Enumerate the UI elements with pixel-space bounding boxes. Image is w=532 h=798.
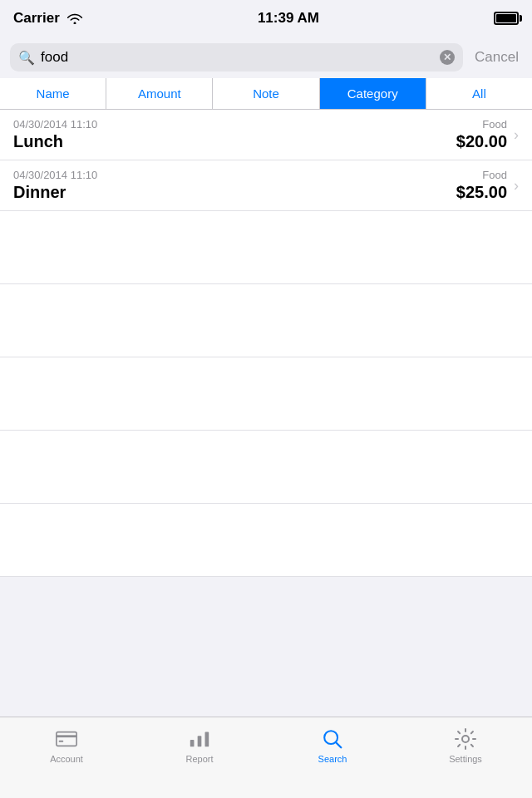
empty-row: [0, 211, 532, 284]
search-input[interactable]: [41, 49, 434, 66]
result-name: Lunch: [13, 132, 456, 151]
empty-row: [0, 431, 532, 504]
empty-row: [0, 357, 532, 431]
tab-all[interactable]: All: [426, 78, 532, 109]
result-category: Food: [456, 169, 507, 181]
result-name: Dinner: [13, 183, 456, 202]
wifi-icon: [66, 12, 83, 24]
result-datetime: 04/30/2014 11:10: [13, 118, 456, 131]
tab-report-label: Report: [185, 754, 213, 764]
result-meta: Food $20.00: [456, 118, 507, 151]
empty-row: [0, 504, 532, 577]
cancel-button[interactable]: Cancel: [471, 49, 522, 66]
filter-tabs: Name Amount Note Category All: [0, 78, 532, 110]
chevron-right-icon: ›: [514, 177, 519, 195]
tab-report[interactable]: Report: [133, 724, 266, 764]
report-icon: [188, 727, 211, 751]
table-row[interactable]: 04/30/2014 11:10 Lunch Food $20.00 ›: [0, 110, 532, 160]
tab-note[interactable]: Note: [213, 78, 319, 109]
result-amount: $20.00: [456, 132, 507, 151]
battery-container: [494, 12, 519, 25]
tab-settings[interactable]: Settings: [399, 724, 532, 764]
status-bar: Carrier 11:39 AM: [0, 0, 532, 37]
main-content: Name Amount Note Category All 04/30/2014…: [0, 78, 532, 758]
results-list: 04/30/2014 11:10 Lunch Food $20.00 › 04/…: [0, 110, 532, 577]
search-clear-button[interactable]: ✕: [440, 50, 455, 65]
tab-settings-label: Settings: [449, 754, 482, 764]
search-bar: 🔍 ✕ Cancel: [0, 37, 532, 78]
search-icon: 🔍: [18, 50, 35, 66]
result-amount: $25.00: [456, 183, 507, 202]
search-input-wrapper[interactable]: 🔍 ✕: [10, 43, 463, 71]
tab-amount[interactable]: Amount: [106, 78, 213, 109]
svg-rect-1: [57, 735, 76, 737]
result-item-right: Food $20.00 ›: [456, 118, 519, 151]
empty-row: [0, 284, 532, 357]
svg-point-9: [462, 736, 469, 742]
settings-icon: [454, 727, 477, 751]
chevron-right-icon: ›: [514, 126, 519, 144]
svg-rect-5: [198, 736, 202, 746]
svg-line-8: [336, 742, 341, 747]
status-time: 11:39 AM: [258, 10, 319, 27]
tab-account[interactable]: Account: [0, 724, 133, 764]
account-icon: [55, 727, 78, 751]
result-item-right: Food $25.00 ›: [456, 169, 519, 202]
result-item-left: 04/30/2014 11:10 Lunch: [13, 118, 456, 151]
tab-account-label: Account: [50, 754, 83, 764]
result-category: Food: [456, 118, 507, 131]
svg-rect-6: [205, 732, 209, 747]
tab-search-label: Search: [318, 754, 347, 764]
result-meta: Food $25.00: [456, 169, 507, 202]
carrier-info: Carrier: [13, 10, 83, 27]
svg-rect-2: [59, 741, 64, 742]
result-item-left: 04/30/2014 11:10 Dinner: [13, 169, 456, 202]
tab-bar: Account Report Search S: [0, 717, 532, 798]
svg-rect-4: [190, 740, 195, 746]
search-tab-icon: [321, 727, 344, 751]
table-row[interactable]: 04/30/2014 11:10 Dinner Food $25.00 ›: [0, 160, 532, 211]
tab-category[interactable]: Category: [320, 78, 426, 109]
carrier-label: Carrier: [13, 10, 60, 27]
tab-search[interactable]: Search: [266, 724, 399, 764]
empty-rows: [0, 211, 532, 577]
tab-name[interactable]: Name: [0, 78, 106, 109]
result-datetime: 04/30/2014 11:10: [13, 169, 456, 181]
battery-icon: [494, 12, 519, 25]
